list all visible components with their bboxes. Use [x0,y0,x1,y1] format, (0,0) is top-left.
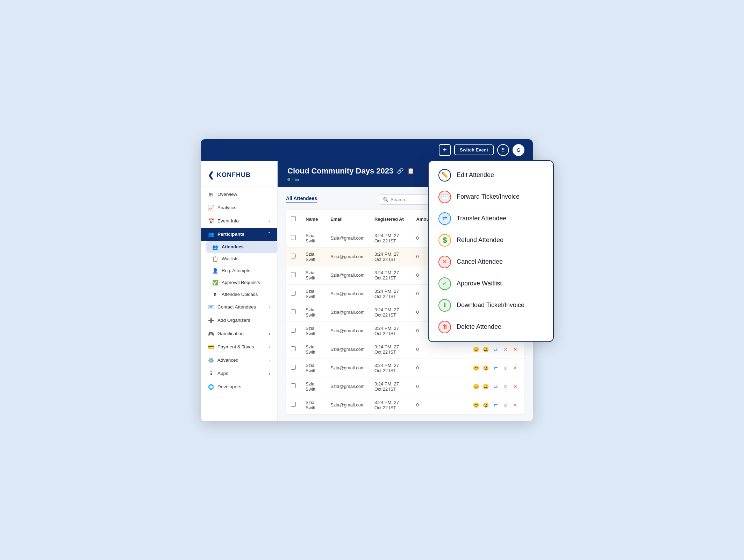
event-title: Cloud Community Days 2023 [287,166,393,176]
cell-registered-at: 3:24 PM, 27 Oct 22 IST [370,266,412,284]
row-checkbox[interactable] [291,346,296,351]
qa-smile-icon[interactable]: 😀 [482,345,490,354]
qa-cancel-icon[interactable]: ⊘ [501,364,510,372]
col-email: Email [326,210,370,229]
context-menu-icon-edit: ✏️ [438,169,451,182]
qa-transfer-icon[interactable]: ⇄ [492,364,500,372]
main-container: + Switch Event ⠿ G ❮ KONFHUB ⊞ Overview [201,139,543,421]
sidebar-item-payment-taxes[interactable]: 💳 Payment & Taxes › [201,340,277,354]
tab-all-attendees[interactable]: All Attendees [286,196,317,203]
attendees-icon: 👥 [212,244,218,250]
cell-quick-actions: 😊 😀 ⇄ ⊘ ✕ [467,340,524,359]
sidebar-item-developers[interactable]: 🌐 Developers [201,380,277,394]
context-menu-item-edit[interactable]: ✏️ Edit Attendee [429,164,553,186]
sidebar-item-event-info[interactable]: 📅 Event Info › [201,214,277,228]
context-menu-label-edit: Edit Attendee [457,171,494,179]
cell-email: Szia@gmail.com [326,321,370,340]
qa-smiley-icon[interactable]: 😊 [472,401,480,409]
sidebar-item-attendees[interactable]: 👥 Attendees [206,241,277,253]
row-checkbox-cell [286,284,301,303]
context-menu-item-approve_waitlist[interactable]: ✓ Approve Waitlist [429,273,553,295]
qa-smile-icon[interactable]: 😀 [482,401,490,409]
avatar-button[interactable]: G [513,144,524,156]
qa-close-icon[interactable]: ✕ [511,364,520,372]
overview-icon: ⊞ [208,191,214,198]
qa-close-icon[interactable]: ✕ [511,345,520,354]
row-checkbox[interactable] [291,235,296,240]
qa-smile-icon[interactable]: 😀 [482,364,490,372]
table-row: Szia Swift Szia@gmail.com 3:24 PM, 27 Oc… [286,377,524,396]
advanced-arrow-icon: › [269,358,270,362]
cell-registered-at: 3:24 PM, 27 Oct 22 IST [370,396,412,414]
row-checkbox[interactable] [291,309,296,314]
grid-menu-button[interactable]: ⠿ [497,144,509,156]
row-checkbox[interactable] [291,383,296,388]
sidebar-item-overview[interactable]: ⊞ Overview [201,188,277,201]
sidebar-item-approval-requests[interactable]: ✅ Approval Requests [206,277,277,289]
cell-email: Szia@gmail.com [326,377,370,396]
row-checkbox[interactable] [291,291,296,296]
switch-event-button[interactable]: Switch Event [454,144,494,155]
qa-cancel-icon[interactable]: ⊘ [501,401,510,409]
cell-name: Szia Swift [301,303,326,321]
table-row: Szia Swift Szia@gmail.com 3:24 PM, 27 Oc… [286,340,524,359]
qa-transfer-icon[interactable]: ⇄ [492,382,500,391]
row-checkbox[interactable] [291,328,296,333]
participants-label: Participants [217,232,244,237]
sidebar-item-attendee-uploads[interactable]: ⬆ Attendee Uploads [206,289,277,300]
row-checkbox[interactable] [291,272,296,277]
row-checkbox-cell [286,247,301,266]
qa-smile-icon[interactable]: 😀 [482,382,490,391]
gamification-label: Gamification [217,331,244,336]
sidebar-item-advanced[interactable]: ⚙️ Advanced › [201,354,277,367]
cell-registered-at: 3:24 PM, 27 Oct 22 IST [370,321,412,340]
row-checkbox-cell [286,229,301,247]
row-checkbox[interactable] [291,254,296,258]
sidebar-item-reg-attempts[interactable]: 👤 Reg. Attempts [206,265,277,277]
table-row: Szia Swift Szia@gmail.com 3:24 PM, 27 Oc… [286,359,524,377]
row-checkbox[interactable] [291,402,296,407]
qa-transfer-icon[interactable]: ⇄ [492,401,500,409]
context-menu-icon-refund: 💲 [438,234,451,247]
cell-name: Szia Swift [301,377,326,396]
cell-email: Szia@gmail.com [326,359,370,377]
context-menu-label-approve_waitlist: Approve Waitlist [457,280,502,287]
advanced-icon: ⚙️ [208,357,214,363]
sidebar-item-apps[interactable]: ⠿ Apps › [201,367,277,380]
cell-registered-at: 3:24 PM, 27 Oct 22 IST [370,340,412,359]
qa-close-icon[interactable]: ✕ [511,382,520,391]
event-title-row: Cloud Community Days 2023 🔗 📋 [287,166,414,176]
context-menu-item-cancel[interactable]: ✕ Cancel Attendee [429,251,553,273]
event-header-left: Cloud Community Days 2023 🔗 📋 Live [287,166,414,182]
cell-quick-actions: 😊 😀 ⇄ ⊘ ✕ [467,396,524,414]
context-menu-item-download_ticket[interactable]: ⬇ Download Ticket/Invoice [429,295,553,316]
sidebar-item-add-organizers[interactable]: ➕ Add Organizers [201,314,277,327]
sidebar-item-gamification[interactable]: 🎮 Gamification › [201,327,277,340]
event-status: Live [287,177,414,182]
qa-smiley-icon[interactable]: 😊 [472,364,480,372]
qa-smiley-icon[interactable]: 😊 [472,382,480,391]
qa-cancel-icon[interactable]: ⊘ [501,382,510,391]
row-checkbox-cell [286,340,301,359]
select-all-checkbox[interactable] [291,216,296,221]
sidebar-item-waitlists[interactable]: 📋 Waitlists [206,253,277,265]
qa-smiley-icon[interactable]: 😊 [472,345,480,354]
add-button[interactable]: + [439,144,451,156]
link-icon[interactable]: 🔗 [397,168,404,174]
context-menu-item-refund[interactable]: 💲 Refund Attendee [429,229,553,251]
qa-transfer-icon[interactable]: ⇄ [492,345,500,354]
context-menu-item-delete[interactable]: 🗑 Delete Attendee [429,316,553,338]
sidebar-item-participants[interactable]: 👥 Participants ˅ [201,228,277,241]
qa-close-icon[interactable]: ✕ [511,401,520,409]
cell-quick-actions: 😊 😀 ⇄ ⊘ ✕ [467,359,524,377]
sidebar-item-contact-attendees[interactable]: 📧 Contact Attendees › [201,300,277,314]
analytics-icon: 📈 [208,205,214,211]
developers-label: Developers [217,384,241,389]
context-menu-item-transfer[interactable]: ⇄ Transfer Attendee [429,208,553,229]
sidebar-item-analytics[interactable]: 📈 Analytics [201,201,277,214]
context-menu-item-forward[interactable]: ✉️ Forward Ticket/Invoice [429,186,553,208]
copy-icon[interactable]: 📋 [407,168,414,174]
qa-cancel-icon[interactable]: ⊘ [501,345,510,354]
row-checkbox[interactable] [291,365,296,370]
event-info-arrow-icon: › [269,219,270,223]
